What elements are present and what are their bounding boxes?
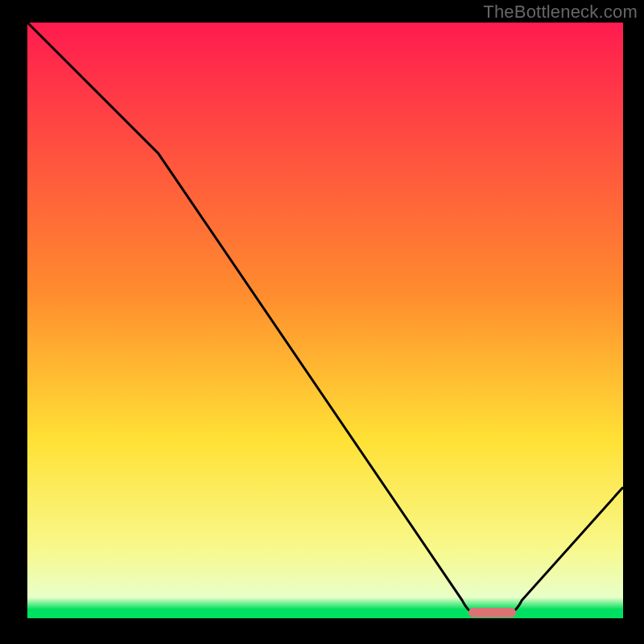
plot-area [27,23,623,618]
optimal-range-marker [469,608,516,617]
watermark-text: TheBottleneck.com [483,2,638,23]
chart-stage: TheBottleneck.com [0,0,644,644]
chart-svg [27,23,623,618]
